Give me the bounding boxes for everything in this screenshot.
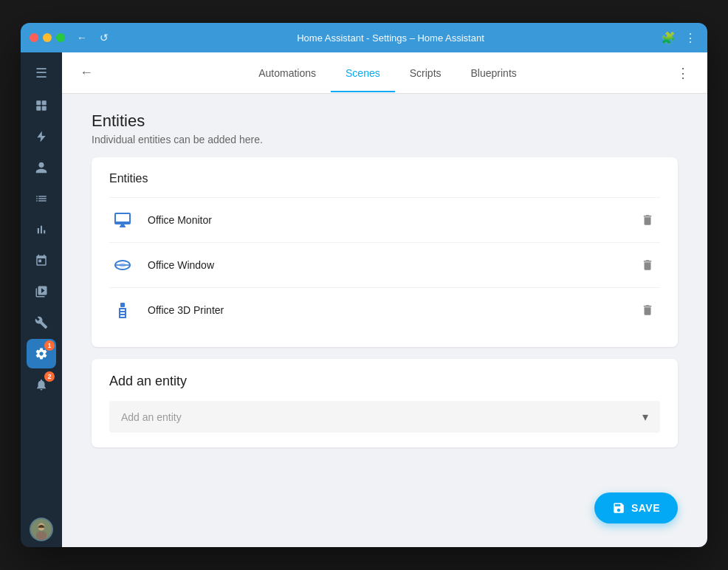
entity-item-office-printer: Office 3D Printer	[109, 287, 660, 332]
settings-badge: 1	[44, 340, 55, 351]
svg-rect-2	[36, 106, 41, 111]
svg-rect-14	[120, 312, 125, 314]
delete-printer-button[interactable]	[635, 301, 660, 320]
nav-tabs: Automations Scenes Scripts Blueprints	[105, 55, 670, 92]
avatar-image	[31, 519, 52, 540]
sidebar-item-media[interactable]	[27, 277, 56, 306]
notifications-badge: 2	[44, 371, 55, 382]
browser-title: Home Assistant - Settings – Home Assista…	[121, 32, 660, 44]
svg-rect-11	[120, 303, 125, 307]
trash-icon	[641, 213, 654, 227]
minimize-button[interactable]	[43, 33, 52, 42]
save-label: SAVE	[631, 502, 660, 514]
more-options-button[interactable]: ⋮	[670, 62, 696, 84]
extension-button[interactable]: 🧩	[660, 30, 676, 46]
user-avatar[interactable]	[30, 518, 53, 541]
entity-item-office-monitor: Office Monitor	[109, 197, 660, 242]
person-icon	[35, 161, 48, 174]
refresh-button[interactable]: ↺	[96, 30, 112, 46]
content-area: Entities Individual entities can be adde…	[62, 94, 707, 547]
close-button[interactable]	[30, 33, 38, 42]
svg-rect-0	[36, 100, 41, 105]
traffic-lights	[30, 33, 65, 42]
entity-name-window: Office Window	[148, 259, 635, 271]
sidebar-item-person[interactable]	[27, 153, 56, 182]
browser-chrome: ← ↺ Home Assistant - Settings – Home Ass…	[21, 23, 707, 52]
tab-scenes[interactable]: Scenes	[331, 55, 395, 92]
calendar-icon	[35, 254, 48, 267]
browser-actions: 🧩 ⋮	[660, 30, 698, 46]
entity-list: Office Monitor	[109, 197, 660, 332]
energy-icon	[35, 130, 48, 143]
sidebar-item-settings[interactable]: 1	[27, 339, 56, 368]
sidebar-item-history[interactable]	[27, 215, 56, 244]
svg-rect-13	[120, 309, 125, 311]
svg-rect-1	[42, 100, 47, 105]
content-wrapper: Entities Individual entities can be adde…	[62, 94, 707, 547]
delete-monitor-button[interactable]	[635, 210, 660, 230]
browser-nav: ← ↺	[74, 30, 112, 46]
trash-icon	[641, 303, 654, 317]
sidebar-item-dashboard[interactable]	[27, 91, 56, 120]
entity-item-office-window: Office Window	[109, 242, 660, 287]
entities-card: Entities Office Monitor	[92, 157, 678, 347]
entity-name-monitor: Office Monitor	[148, 214, 635, 226]
back-button[interactable]: ←	[74, 62, 99, 83]
svg-rect-3	[42, 106, 47, 111]
entity-name-printer: Office 3D Printer	[148, 304, 635, 316]
add-entity-title: Add an entity	[109, 374, 660, 389]
add-entity-placeholder: Add an entity	[121, 411, 182, 423]
sidebar: ☰	[21, 52, 62, 547]
history-icon	[35, 223, 48, 236]
sidebar-menu-button[interactable]: ☰	[27, 58, 56, 88]
delete-window-button[interactable]	[635, 255, 660, 275]
list-icon	[35, 192, 48, 205]
card-title: Entities	[109, 172, 660, 185]
maximize-button[interactable]	[56, 33, 65, 42]
main-content: ← Automations Scenes Scripts Blueprints …	[62, 52, 707, 547]
add-entity-card: Add an entity Add an entity ▾	[92, 359, 678, 447]
dropdown-arrow-icon: ▾	[642, 410, 648, 424]
sidebar-item-calendar[interactable]	[27, 246, 56, 275]
printer-icon	[109, 297, 136, 323]
add-entity-dropdown[interactable]: Add an entity ▾	[109, 401, 660, 433]
top-nav: ← Automations Scenes Scripts Blueprints …	[62, 52, 707, 94]
trash-icon	[641, 258, 654, 272]
window-icon	[109, 252, 136, 278]
svg-rect-7	[120, 224, 125, 224]
media-icon	[35, 285, 48, 298]
sidebar-item-energy[interactable]	[27, 122, 56, 151]
tab-automations[interactable]: Automations	[244, 55, 331, 92]
dashboard-icon	[35, 99, 48, 112]
sidebar-item-todo[interactable]	[27, 184, 56, 213]
back-nav-button[interactable]: ←	[74, 30, 90, 46]
tab-scripts[interactable]: Scripts	[395, 55, 456, 92]
sidebar-item-tools[interactable]	[27, 308, 56, 337]
monitor-icon	[109, 207, 136, 233]
browser-more-button[interactable]: ⋮	[682, 30, 698, 46]
tools-icon	[35, 316, 48, 329]
save-button[interactable]: SAVE	[594, 492, 678, 523]
sidebar-item-notifications[interactable]: 2	[27, 370, 56, 399]
svg-point-6	[36, 531, 47, 540]
section-title: Entities	[92, 111, 678, 131]
app-layout: ☰	[21, 52, 707, 547]
svg-rect-15	[120, 315, 125, 317]
tab-blueprints[interactable]: Blueprints	[456, 55, 532, 92]
section-subtitle: Individual entities can be added here.	[92, 134, 678, 145]
save-icon	[612, 501, 625, 515]
